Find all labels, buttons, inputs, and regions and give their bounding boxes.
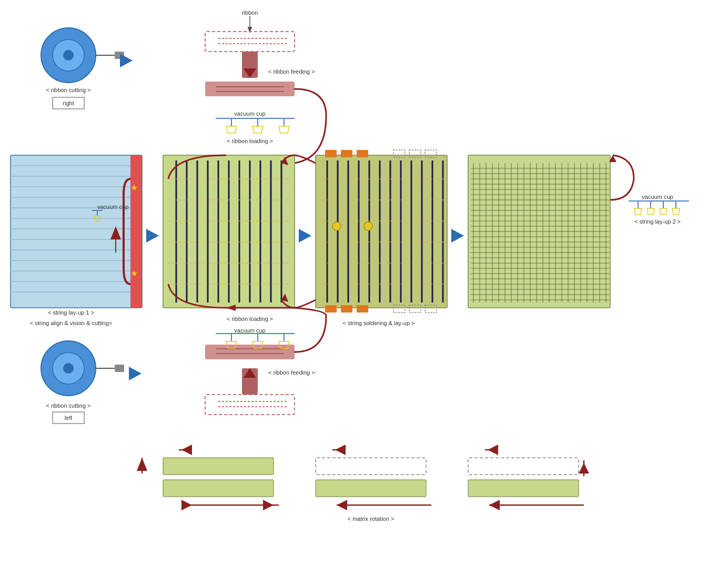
svg-marker-19: [252, 126, 263, 133]
svg-rect-189: [316, 480, 426, 497]
arrow-right-bottom: [129, 367, 141, 380]
svg-rect-179: [163, 458, 274, 475]
svg-marker-155: [672, 208, 680, 215]
svg-marker-199: [489, 500, 500, 510]
ribbon-cutting-bottom-label: < ribbon cutting >: [46, 402, 90, 409]
svg-marker-153: [660, 208, 667, 215]
svg-marker-151: [647, 208, 654, 215]
ribbon-cutting-top-label: < ribbon cutting >: [46, 87, 90, 93]
string-soldering-label: < string soldering & lay-up >: [343, 320, 415, 326]
string-layup2-label: < string lay-up 2 >: [634, 218, 681, 225]
svg-point-2: [63, 50, 74, 61]
svg-point-158: [63, 363, 74, 374]
ribbon-feeding-top: < ribbon feeding >: [268, 68, 315, 75]
svg-marker-191: [337, 500, 347, 510]
svg-rect-194: [468, 458, 579, 475]
svg-marker-21: [279, 126, 289, 133]
svg-rect-162: [205, 395, 295, 415]
svg-rect-87: [325, 305, 337, 313]
left-label: left: [65, 415, 73, 421]
svg-rect-22: [11, 155, 142, 308]
svg-text:★: ★: [130, 183, 138, 192]
string-layup1-label: < string lay-up 1 >: [48, 309, 94, 316]
svg-point-93: [332, 222, 341, 230]
svg-text:★: ★: [130, 269, 138, 278]
ribbon-loading-bottom: < ribbon loading >: [227, 316, 273, 322]
vacuum-cup-right-label: vacuum cup: [642, 194, 673, 200]
svg-marker-17: [226, 126, 237, 133]
svg-rect-89: [357, 305, 368, 313]
arrow-right-left-panel: [146, 229, 159, 243]
svg-rect-23: [130, 155, 142, 308]
matrix-rotation-label: < matrix rotation >: [348, 516, 395, 522]
arrow-right-soldering: [451, 229, 464, 243]
svg-rect-81: [325, 150, 337, 157]
svg-rect-62: [316, 155, 447, 308]
svg-rect-160: [115, 365, 124, 372]
svg-point-94: [364, 222, 372, 230]
svg-rect-166: [205, 345, 295, 359]
svg-marker-185: [263, 500, 274, 510]
svg-rect-188: [316, 458, 426, 475]
arrow-right-center: [299, 229, 311, 243]
ribbon-loading-top: < ribbon loading >: [227, 138, 273, 144]
vacuum-cup-top-label: vacuum cup: [234, 110, 265, 117]
arrow-right-top: [120, 54, 133, 67]
vacuum-cup-bottom-label: vacuum cup: [234, 327, 265, 334]
ribbon-label-top: ribbon: [242, 9, 258, 16]
svg-rect-195: [468, 480, 579, 497]
svg-marker-149: [634, 208, 642, 215]
right-label: right: [63, 100, 74, 106]
ribbon-feeding-bottom: < ribbon feeding >: [268, 369, 315, 376]
string-align-label: < string align & vision & cutting>: [30, 320, 113, 326]
svg-rect-82: [341, 150, 352, 157]
svg-rect-11: [205, 82, 295, 96]
svg-rect-182: [163, 480, 274, 497]
svg-rect-83: [357, 150, 368, 157]
vacuum-cup-left-label: vacuum cup: [97, 204, 128, 210]
svg-rect-7: [205, 32, 295, 52]
svg-rect-88: [341, 305, 352, 313]
